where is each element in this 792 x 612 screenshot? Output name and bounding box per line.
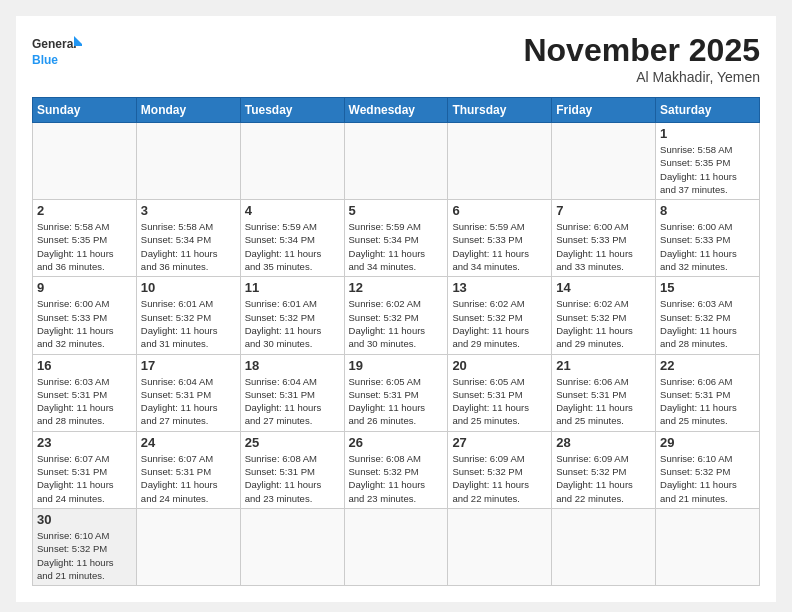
svg-marker-2 (74, 36, 82, 46)
day-cell (656, 508, 760, 585)
day-info: Sunrise: 5:58 AM Sunset: 5:35 PM Dayligh… (660, 143, 755, 196)
day-info: Sunrise: 5:58 AM Sunset: 5:35 PM Dayligh… (37, 220, 132, 273)
day-number: 9 (37, 280, 132, 295)
day-number: 7 (556, 203, 651, 218)
day-cell: 28Sunrise: 6:09 AM Sunset: 5:32 PM Dayli… (552, 431, 656, 508)
day-info: Sunrise: 6:02 AM Sunset: 5:32 PM Dayligh… (556, 297, 651, 350)
day-cell: 6Sunrise: 5:59 AM Sunset: 5:33 PM Daylig… (448, 200, 552, 277)
day-cell: 14Sunrise: 6:02 AM Sunset: 5:32 PM Dayli… (552, 277, 656, 354)
day-number: 1 (660, 126, 755, 141)
day-cell: 17Sunrise: 6:04 AM Sunset: 5:31 PM Dayli… (136, 354, 240, 431)
day-cell: 10Sunrise: 6:01 AM Sunset: 5:32 PM Dayli… (136, 277, 240, 354)
day-cell (552, 508, 656, 585)
calendar: SundayMondayTuesdayWednesdayThursdayFrid… (32, 97, 760, 586)
day-info: Sunrise: 6:08 AM Sunset: 5:31 PM Dayligh… (245, 452, 340, 505)
day-info: Sunrise: 5:59 AM Sunset: 5:33 PM Dayligh… (452, 220, 547, 273)
day-cell (448, 123, 552, 200)
day-info: Sunrise: 6:08 AM Sunset: 5:32 PM Dayligh… (349, 452, 444, 505)
day-info: Sunrise: 6:10 AM Sunset: 5:32 PM Dayligh… (660, 452, 755, 505)
day-info: Sunrise: 6:06 AM Sunset: 5:31 PM Dayligh… (556, 375, 651, 428)
logo-svg: General Blue (32, 32, 82, 76)
svg-text:Blue: Blue (32, 53, 58, 67)
day-info: Sunrise: 5:58 AM Sunset: 5:34 PM Dayligh… (141, 220, 236, 273)
day-number: 6 (452, 203, 547, 218)
day-info: Sunrise: 6:02 AM Sunset: 5:32 PM Dayligh… (349, 297, 444, 350)
day-number: 20 (452, 358, 547, 373)
day-info: Sunrise: 6:09 AM Sunset: 5:32 PM Dayligh… (556, 452, 651, 505)
day-number: 4 (245, 203, 340, 218)
day-info: Sunrise: 6:00 AM Sunset: 5:33 PM Dayligh… (556, 220, 651, 273)
day-cell: 22Sunrise: 6:06 AM Sunset: 5:31 PM Dayli… (656, 354, 760, 431)
day-info: Sunrise: 6:04 AM Sunset: 5:31 PM Dayligh… (245, 375, 340, 428)
day-number: 30 (37, 512, 132, 527)
day-cell (33, 123, 137, 200)
week-row-4: 16Sunrise: 6:03 AM Sunset: 5:31 PM Dayli… (33, 354, 760, 431)
week-row-1: 1Sunrise: 5:58 AM Sunset: 5:35 PM Daylig… (33, 123, 760, 200)
day-cell: 29Sunrise: 6:10 AM Sunset: 5:32 PM Dayli… (656, 431, 760, 508)
day-info: Sunrise: 6:09 AM Sunset: 5:32 PM Dayligh… (452, 452, 547, 505)
day-cell: 26Sunrise: 6:08 AM Sunset: 5:32 PM Dayli… (344, 431, 448, 508)
day-number: 17 (141, 358, 236, 373)
day-cell (552, 123, 656, 200)
day-number: 10 (141, 280, 236, 295)
day-number: 21 (556, 358, 651, 373)
day-info: Sunrise: 5:59 AM Sunset: 5:34 PM Dayligh… (349, 220, 444, 273)
week-row-5: 23Sunrise: 6:07 AM Sunset: 5:31 PM Dayli… (33, 431, 760, 508)
day-cell: 27Sunrise: 6:09 AM Sunset: 5:32 PM Dayli… (448, 431, 552, 508)
day-info: Sunrise: 6:01 AM Sunset: 5:32 PM Dayligh… (245, 297, 340, 350)
day-number: 3 (141, 203, 236, 218)
day-cell: 3Sunrise: 5:58 AM Sunset: 5:34 PM Daylig… (136, 200, 240, 277)
day-cell (136, 123, 240, 200)
weekday-header-wednesday: Wednesday (344, 98, 448, 123)
day-cell (136, 508, 240, 585)
day-cell: 20Sunrise: 6:05 AM Sunset: 5:31 PM Dayli… (448, 354, 552, 431)
week-row-3: 9Sunrise: 6:00 AM Sunset: 5:33 PM Daylig… (33, 277, 760, 354)
day-cell: 30Sunrise: 6:10 AM Sunset: 5:32 PM Dayli… (33, 508, 137, 585)
day-number: 29 (660, 435, 755, 450)
weekday-header-saturday: Saturday (656, 98, 760, 123)
day-cell: 12Sunrise: 6:02 AM Sunset: 5:32 PM Dayli… (344, 277, 448, 354)
day-number: 2 (37, 203, 132, 218)
day-number: 23 (37, 435, 132, 450)
day-cell: 15Sunrise: 6:03 AM Sunset: 5:32 PM Dayli… (656, 277, 760, 354)
title-block: November 2025 Al Makhadir, Yemen (523, 32, 760, 85)
day-cell: 8Sunrise: 6:00 AM Sunset: 5:33 PM Daylig… (656, 200, 760, 277)
page: General Blue November 2025 Al Makhadir, … (16, 16, 776, 602)
day-number: 8 (660, 203, 755, 218)
weekday-header-sunday: Sunday (33, 98, 137, 123)
week-row-2: 2Sunrise: 5:58 AM Sunset: 5:35 PM Daylig… (33, 200, 760, 277)
day-number: 12 (349, 280, 444, 295)
day-info: Sunrise: 6:00 AM Sunset: 5:33 PM Dayligh… (660, 220, 755, 273)
day-info: Sunrise: 6:06 AM Sunset: 5:31 PM Dayligh… (660, 375, 755, 428)
day-info: Sunrise: 6:05 AM Sunset: 5:31 PM Dayligh… (349, 375, 444, 428)
day-cell: 2Sunrise: 5:58 AM Sunset: 5:35 PM Daylig… (33, 200, 137, 277)
day-number: 18 (245, 358, 340, 373)
day-cell: 9Sunrise: 6:00 AM Sunset: 5:33 PM Daylig… (33, 277, 137, 354)
day-number: 22 (660, 358, 755, 373)
day-cell: 18Sunrise: 6:04 AM Sunset: 5:31 PM Dayli… (240, 354, 344, 431)
day-info: Sunrise: 6:01 AM Sunset: 5:32 PM Dayligh… (141, 297, 236, 350)
day-info: Sunrise: 6:05 AM Sunset: 5:31 PM Dayligh… (452, 375, 547, 428)
day-cell (344, 123, 448, 200)
day-number: 28 (556, 435, 651, 450)
day-cell: 13Sunrise: 6:02 AM Sunset: 5:32 PM Dayli… (448, 277, 552, 354)
weekday-header-row: SundayMondayTuesdayWednesdayThursdayFrid… (33, 98, 760, 123)
day-cell: 23Sunrise: 6:07 AM Sunset: 5:31 PM Dayli… (33, 431, 137, 508)
day-number: 16 (37, 358, 132, 373)
day-info: Sunrise: 6:07 AM Sunset: 5:31 PM Dayligh… (141, 452, 236, 505)
day-info: Sunrise: 6:03 AM Sunset: 5:31 PM Dayligh… (37, 375, 132, 428)
day-info: Sunrise: 6:02 AM Sunset: 5:32 PM Dayligh… (452, 297, 547, 350)
day-cell: 1Sunrise: 5:58 AM Sunset: 5:35 PM Daylig… (656, 123, 760, 200)
logo: General Blue (32, 32, 82, 76)
day-cell: 7Sunrise: 6:00 AM Sunset: 5:33 PM Daylig… (552, 200, 656, 277)
day-cell: 16Sunrise: 6:03 AM Sunset: 5:31 PM Dayli… (33, 354, 137, 431)
day-cell: 19Sunrise: 6:05 AM Sunset: 5:31 PM Dayli… (344, 354, 448, 431)
day-cell: 11Sunrise: 6:01 AM Sunset: 5:32 PM Dayli… (240, 277, 344, 354)
month-title: November 2025 (523, 32, 760, 69)
day-number: 19 (349, 358, 444, 373)
day-cell (344, 508, 448, 585)
weekday-header-friday: Friday (552, 98, 656, 123)
day-info: Sunrise: 6:03 AM Sunset: 5:32 PM Dayligh… (660, 297, 755, 350)
day-cell (240, 508, 344, 585)
day-cell: 4Sunrise: 5:59 AM Sunset: 5:34 PM Daylig… (240, 200, 344, 277)
